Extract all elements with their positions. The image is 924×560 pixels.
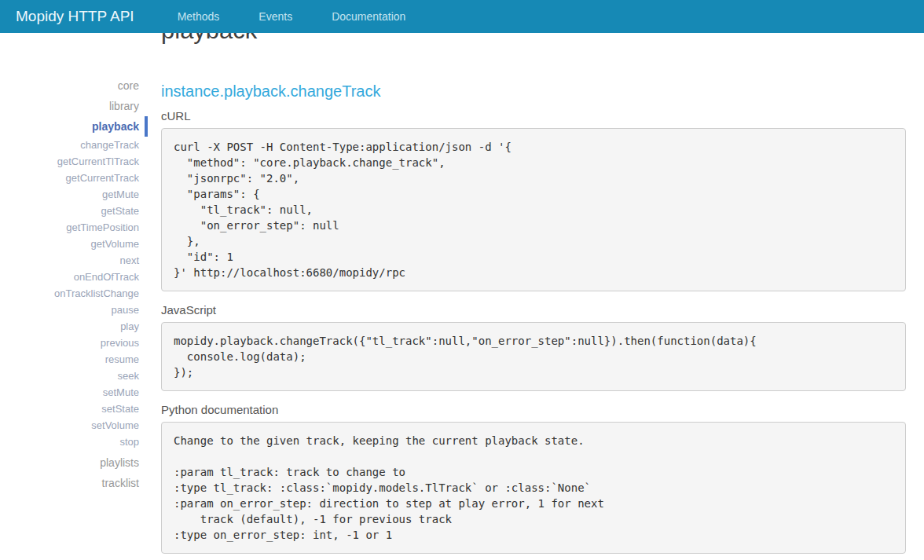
main-content: playback instance.playback.changeTrack c…	[161, 16, 906, 554]
sidebar-item-getVolume[interactable]: getVolume	[0, 236, 148, 252]
sidebar-item-onTracklistChange[interactable]: onTracklistChange	[0, 285, 148, 302]
sidebar-item-getState[interactable]: getState	[0, 203, 148, 219]
sidebar-item-library[interactable]: library	[0, 96, 148, 116]
sidebar-item-setVolume[interactable]: setVolume	[0, 417, 148, 434]
code-block: curl -X POST -H Content-Type:application…	[161, 128, 906, 291]
sidebar-item-play[interactable]: play	[0, 318, 148, 335]
sidebar-item-previous[interactable]: previous	[0, 335, 148, 351]
code-sections: cURLcurl -X POST -H Content-Type:applica…	[161, 109, 906, 554]
sidebar-item-getTimePosition[interactable]: getTimePosition	[0, 219, 148, 236]
sidebar-item-getCurrentTlTrack[interactable]: getCurrentTlTrack	[0, 153, 148, 170]
sidebar-item-changeTrack[interactable]: changeTrack	[0, 137, 148, 153]
sidebar-item-core[interactable]: core	[0, 75, 148, 96]
sidebar-item-pause[interactable]: pause	[0, 302, 148, 318]
section-javascript: JavaScriptmopidy.playback.changeTrack({"…	[161, 303, 906, 391]
nav-link-events[interactable]: Events	[239, 2, 312, 31]
section-curl: cURLcurl -X POST -H Content-Type:applica…	[161, 109, 906, 291]
sidebar-item-onEndOfTrack[interactable]: onEndOfTrack	[0, 269, 148, 285]
top-navbar: Mopidy HTTP API MethodsEventsDocumentati…	[0, 0, 924, 33]
brand-link[interactable]: Mopidy HTTP API	[0, 8, 158, 25]
sidebar-item-resume[interactable]: resume	[0, 351, 148, 368]
sidebar-item-getMute[interactable]: getMute	[0, 186, 148, 203]
sidebar-item-playlists[interactable]: playlists	[0, 452, 148, 473]
nav-link-documentation[interactable]: Documentation	[312, 2, 425, 31]
sidebar: corelibraryplaybackchangeTrackgetCurrent…	[0, 75, 148, 493]
section-label: Python documentation	[161, 403, 906, 417]
navbar-links: MethodsEventsDocumentation	[158, 2, 426, 31]
sidebar-list: corelibraryplaybackchangeTrackgetCurrent…	[0, 75, 148, 493]
sidebar-item-playback[interactable]: playback	[0, 116, 148, 137]
sidebar-item-setMute[interactable]: setMute	[0, 384, 148, 401]
nav-link-methods[interactable]: Methods	[158, 2, 240, 31]
sidebar-item-stop[interactable]: stop	[0, 434, 148, 450]
sidebar-item-seek[interactable]: seek	[0, 368, 148, 384]
section-python-documentation: Python documentationChange to the given …	[161, 403, 906, 554]
code-block: mopidy.playback.changeTrack({"tl_track":…	[161, 322, 906, 391]
section-label: JavaScript	[161, 303, 906, 317]
sidebar-item-setState[interactable]: setState	[0, 401, 148, 417]
sidebar-item-next[interactable]: next	[0, 252, 148, 269]
sidebar-item-getCurrentTrack[interactable]: getCurrentTrack	[0, 170, 148, 186]
code-block: Change to the given track, keeping the c…	[161, 422, 906, 554]
sidebar-item-tracklist[interactable]: tracklist	[0, 473, 148, 493]
section-label: cURL	[161, 109, 906, 123]
method-title[interactable]: instance.playback.changeTrack	[161, 82, 906, 101]
